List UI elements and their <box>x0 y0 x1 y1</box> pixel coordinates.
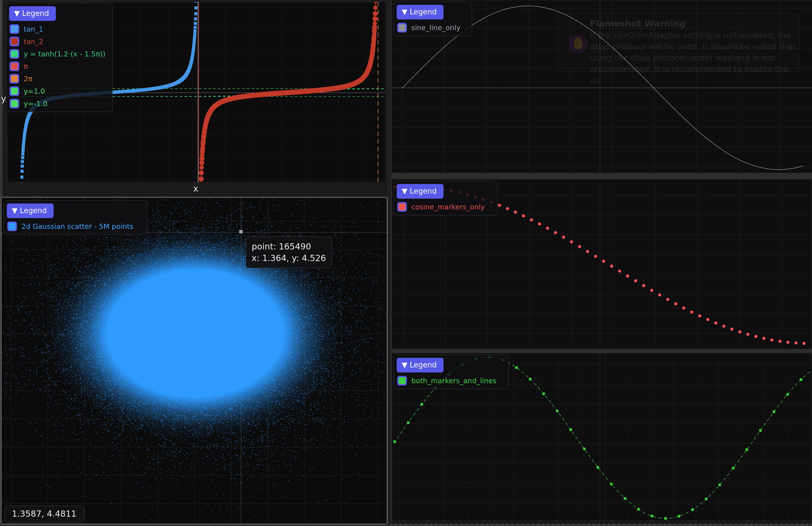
panel-gaussian-scatter[interactable]: ▼ Legend2d Gaussian scatter - 5M points … <box>1 197 387 524</box>
legend-item-label: y = tanh(1.2·(x - 1.5π)) <box>24 50 105 58</box>
cursor-readout: 1.3587, 4.4811 <box>4 506 84 522</box>
series-swatch-icon <box>10 37 19 46</box>
y-axis-label: y <box>1 94 6 103</box>
legend-item[interactable]: sine_line_only <box>397 23 466 32</box>
legend-item[interactable]: both_markers_and_lines <box>397 376 503 385</box>
legend-item-label: y=-1.0 <box>24 100 48 108</box>
notification-line: using the dbus protocol under wayland is… <box>590 52 799 63</box>
x-axis-label: x <box>193 184 198 194</box>
legend-collapse-button[interactable]: ▼ Legend <box>9 6 56 21</box>
notification-line: dbus protocol will be used. It should be… <box>590 41 799 52</box>
notification-line: recommended. It is recommended to enable… <box>590 63 799 86</box>
legend-item[interactable]: y=-1.0 <box>10 99 107 108</box>
series-swatch-icon <box>10 49 19 59</box>
legend-cosine: ▼ Legendcosine_markers_only <box>394 181 497 215</box>
legend-item-label: π <box>24 62 28 71</box>
legend-item[interactable]: π <box>10 61 107 71</box>
series-swatch-icon <box>10 61 19 71</box>
series-swatch-icon <box>397 23 407 32</box>
legend-item-label: both_markers_and_lines <box>411 377 496 385</box>
legend-item-label: cosine_markers_only <box>411 203 485 211</box>
legend-collapse-button[interactable]: ▼ Legend <box>7 203 54 218</box>
legend-item[interactable]: cosine_markers_only <box>397 202 492 212</box>
legend-item[interactable]: tan_1 <box>10 24 107 34</box>
panel-cosine-markers[interactable]: ▼ Legendcosine_markers_only <box>392 179 812 349</box>
legend-item-label: tan_1 <box>24 25 43 33</box>
series-swatch-icon <box>10 86 19 96</box>
legend-collapse-button[interactable]: ▼ Legend <box>397 184 444 199</box>
legend-both: ▼ Legendboth_markers_and_lines <box>394 355 509 389</box>
tooltip-point-coords: x: 1.364, y: 4.526 <box>252 252 326 264</box>
panel-sine-line[interactable]: ▼ Legendsine_line_only Flameshot Warning… <box>392 0 812 172</box>
legend-item-label: y=1.0 <box>24 87 45 95</box>
legend-item-label: 2π <box>24 75 32 83</box>
legend-item[interactable]: y = tanh(1.2·(x - 1.5π)) <box>10 49 107 59</box>
series-swatch-icon <box>397 376 407 385</box>
window-bottom-strip <box>389 524 812 526</box>
legend-tan: ▼ Legendtan_1tan_2y = tanh(1.2·(x - 1.5π… <box>6 3 113 112</box>
legend-item-label: 2d Gaussian scatter - 5M points <box>21 222 133 230</box>
legend-collapse-button[interactable]: ▼ Legend <box>397 358 444 372</box>
tooltip-point-index: point: 165490 <box>252 241 326 252</box>
legend-item-label: sine_line_only <box>411 24 461 32</box>
panel-tan-plot[interactable]: ▼ Legendtan_1tan_2y = tanh(1.2·(x - 1.5π… <box>2 0 387 197</box>
series-swatch-icon <box>8 222 17 231</box>
notification-flameshot-warning: Flameshot Warning If the useGrimAdapter … <box>558 13 799 72</box>
point-tooltip: point: 165490 x: 1.364, y: 4.526 <box>246 237 332 268</box>
legend-item-label: tan_2 <box>24 38 43 46</box>
series-swatch-icon <box>10 99 19 108</box>
legend-item[interactable]: 2d Gaussian scatter - 5M points <box>8 222 141 231</box>
notification-title: Flameshot Warning <box>590 18 799 28</box>
panel-both-markers-lines[interactable]: ▼ Legendboth_markers_and_lines <box>392 353 812 524</box>
series-swatch-icon <box>10 74 19 84</box>
legend-item[interactable]: tan_2 <box>10 37 107 46</box>
legend-sine: ▼ Legendsine_line_only <box>394 2 472 36</box>
vertical-splitter[interactable] <box>387 0 392 526</box>
series-swatch-icon <box>10 24 19 34</box>
series-swatch-icon <box>397 202 407 212</box>
notification-line: If the useGrimAdapter setting is not ena… <box>590 30 799 41</box>
legend-scatter: ▼ Legend2d Gaussian scatter - 5M points <box>4 200 147 235</box>
legend-item[interactable]: 2π <box>10 74 107 84</box>
legend-item[interactable]: y=1.0 <box>10 86 107 96</box>
flameshot-icon <box>568 33 588 53</box>
legend-collapse-button[interactable]: ▼ Legend <box>397 5 444 19</box>
